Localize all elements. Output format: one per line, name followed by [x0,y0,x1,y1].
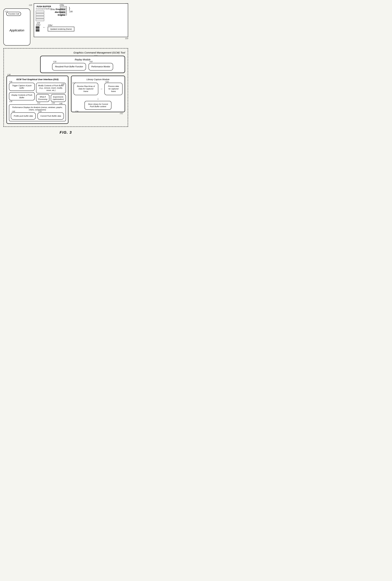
library-title: Library Capture Module [73,78,123,81]
replay-inner: 158 Resubmit Push Buffer Function 160 Pe… [43,63,123,70]
ref-104a: 104a [50,8,55,11]
what-if-box: What-If Processing [36,94,49,102]
hardware-box: PUSH BUFFER (Command Buffers) 104a [34,3,128,37]
top-area: 120 122 Function Call Application 102 [3,3,128,46]
ref-154: 154 [105,80,109,83]
ref-140: 140 [61,83,64,86]
performance-monitor-box: Performance Monitor [88,63,113,70]
push-buffer-rects [36,11,52,21]
ref-148: 148 [12,110,15,113]
pb-label: PUSH BUFFER (Command Buffers) [36,6,52,10]
down-arrow-1: ↓ [73,97,123,100]
updated-rendering-row: 104a' ← 106a' Updated rendering (frame) [36,22,126,32]
replay-section: Replay Module 158 Resubmit Push Buffer F… [6,56,125,73]
ref-150: 150 [38,110,42,113]
what-if-row: 142 What-If Processing 144 Experiments (… [36,94,66,102]
diagram-container: 120 122 Function Call Application 102 [3,3,128,189]
ref-142: 142 [37,102,40,104]
ref-106a: 106a [59,4,64,6]
small-stacked [36,26,41,32]
perf-title: Performance Displays for Analysis (menus… [11,106,64,111]
ref-106: 106 [69,10,73,13]
gui-right-col: Modify Contents of Push Buffer (e.g., re… [36,83,66,102]
ref-138: 138 [9,100,12,103]
bracket-106: } [69,6,70,11]
replay-module-box: Replay Module 158 Resubmit Push Buffer F… [40,56,125,73]
resubmit-box: Resubmit Push Buffer Function [52,63,86,70]
perf-row: 148 Profile push buffer data 150 Commit … [11,112,64,120]
gui-left-col: 136 Trigger Capture of push buffer 138 D… [9,83,35,102]
figure-label: FIG. 3 [3,130,128,135]
gcm-outer-box: Graphics Command Management (GCM) Tool 1… [3,48,128,127]
ref-158: 158 [53,60,56,63]
gcm-gui-section: 130 GCM Tool Graphical User Interface (G… [6,76,68,124]
experiments-box: Experiments (optimization) [51,94,66,102]
ref-144: 144 [52,102,55,104]
application-box: 122 Function Call Application [3,8,30,46]
process-data-box: Process data for captured frame [104,83,123,95]
commit-box: Commit Push Buffer data [37,112,64,120]
gui-top-row: 136 Trigger Capture of push buffer 138 D… [9,83,66,102]
ghe-label: Graphics Hardware Engine [55,8,65,16]
app-label: Application [9,29,24,32]
ref-132: 132 [120,112,123,115]
lower-section: 130 GCM Tool Graphical User Interface (G… [6,76,125,124]
library-box: 132 Library Capture Module 152 Receive R… [71,76,125,112]
function-call-bubble: Function Call [6,12,21,16]
ref-106a2: 106a' [48,24,53,26]
ref-110: 110 [125,37,128,40]
ref-156: 156 [75,110,78,113]
library-inner: Receive Raw Array of Data for Captured f… [73,83,123,95]
trigger-capture-box: Trigger Capture of push buffer [9,83,35,91]
library-section: 132 Library Capture Module 152 Receive R… [71,76,125,124]
display-contents-box: Display Contents of Push Buffer [9,92,35,100]
ref-120: 120 [29,4,32,6]
gcm-gui-title: GCM Tool Graphical User Interface (GUI) [9,78,66,81]
gcm-gui-box: GCM Tool Graphical User Interface (GUI) … [6,76,68,124]
receive-raw-box: Receive Raw Array of Data for Captured f… [73,83,98,95]
ref-136: 136 [9,80,12,83]
perf-section: Performance Displays for Analysis (menus… [9,104,66,121]
store-library-box: Store Library for Current Push Buffer co… [84,101,111,110]
updated-rendering-box: Updated rendering (frame) [48,27,74,32]
profile-box: Profile push buffer data [11,112,36,120]
ref-160: 160 [89,60,93,63]
ref-104a2: 104a' [36,24,41,26]
gcm-tool-title: Graphics Command Management (GCM) Tool [6,51,125,54]
